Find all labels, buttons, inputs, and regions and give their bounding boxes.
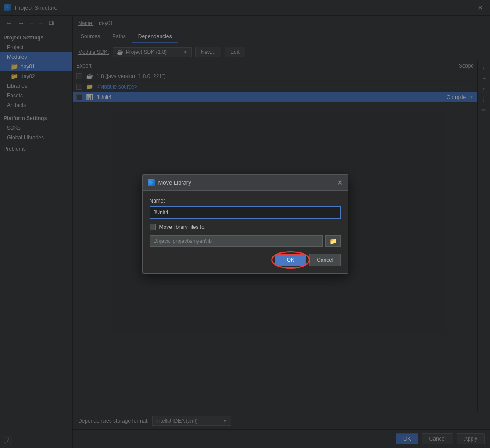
move-files-label: Move library files to: xyxy=(159,224,206,230)
dialog-close-button[interactable]: ✕ xyxy=(337,178,343,187)
dialog-name-label: Name: xyxy=(150,198,341,204)
modal-overlay: 🔷 Move Library ✕ Name: Move library file… xyxy=(0,0,490,448)
dialog-buttons: OK Cancel xyxy=(150,254,341,266)
ok-circle-annotation: OK xyxy=(275,254,306,266)
dialog-body: Name: Move library files to: 📁 OK Cancel xyxy=(143,191,348,273)
dialog-cancel-button[interactable]: Cancel xyxy=(309,254,340,266)
move-library-dialog: 🔷 Move Library ✕ Name: Move library file… xyxy=(142,174,348,274)
dialog-ok-button[interactable]: OK xyxy=(275,254,306,266)
move-files-checkbox[interactable] xyxy=(150,224,156,230)
dialog-checkbox-row: Move library files to: xyxy=(150,224,341,230)
dialog-browse-button[interactable]: 📁 xyxy=(325,235,341,247)
dialog-path-row: 📁 xyxy=(150,235,341,247)
dialog-path-input[interactable] xyxy=(150,235,323,247)
dialog-titlebar: 🔷 Move Library ✕ xyxy=(143,175,348,191)
dialog-name-input[interactable] xyxy=(150,206,341,219)
dialog-title: Move Library xyxy=(158,179,333,186)
dialog-app-icon: 🔷 xyxy=(148,179,155,186)
